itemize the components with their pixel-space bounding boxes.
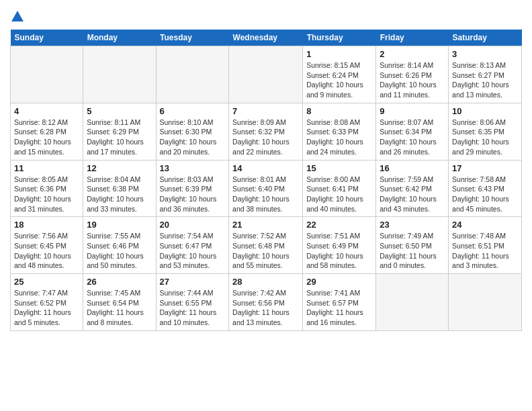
weekday-header: Friday bbox=[376, 30, 449, 46]
calendar-cell: 24Sunrise: 7:48 AM Sunset: 6:51 PM Dayli… bbox=[449, 217, 522, 274]
day-number: 11 bbox=[14, 163, 79, 173]
calendar-cell: 23Sunrise: 7:49 AM Sunset: 6:50 PM Dayli… bbox=[376, 217, 449, 274]
day-info: Sunrise: 7:48 AM Sunset: 6:51 PM Dayligh… bbox=[452, 231, 518, 271]
day-info: Sunrise: 8:11 AM Sunset: 6:29 PM Dayligh… bbox=[87, 118, 152, 157]
calendar-week-row: 1Sunrise: 8:15 AM Sunset: 6:24 PM Daylig… bbox=[11, 46, 522, 103]
day-info: Sunrise: 8:06 AM Sunset: 6:35 PM Dayligh… bbox=[452, 118, 518, 157]
day-number: 27 bbox=[160, 277, 226, 287]
calendar-cell: 2Sunrise: 8:14 AM Sunset: 6:26 PM Daylig… bbox=[376, 46, 449, 103]
day-number: 20 bbox=[160, 220, 226, 230]
calendar-cell bbox=[156, 46, 229, 103]
day-number: 24 bbox=[452, 220, 518, 230]
day-number: 3 bbox=[452, 49, 518, 59]
day-info: Sunrise: 7:47 AM Sunset: 6:52 PM Dayligh… bbox=[14, 288, 79, 328]
day-number: 21 bbox=[232, 220, 299, 230]
calendar-table: SundayMondayTuesdayWednesdayThursdayFrid… bbox=[10, 30, 522, 331]
day-number: 6 bbox=[160, 106, 226, 116]
calendar-cell bbox=[11, 46, 83, 103]
day-number: 2 bbox=[380, 49, 445, 59]
calendar-cell: 25Sunrise: 7:47 AM Sunset: 6:52 PM Dayli… bbox=[11, 274, 83, 331]
calendar-cell: 15Sunrise: 8:00 AM Sunset: 6:41 PM Dayli… bbox=[303, 160, 376, 217]
day-number: 1 bbox=[306, 49, 372, 59]
calendar-week-row: 11Sunrise: 8:05 AM Sunset: 6:36 PM Dayli… bbox=[11, 160, 522, 217]
day-info: Sunrise: 7:52 AM Sunset: 6:48 PM Dayligh… bbox=[232, 231, 299, 271]
calendar-cell: 27Sunrise: 7:44 AM Sunset: 6:55 PM Dayli… bbox=[156, 274, 229, 331]
calendar-cell: 8Sunrise: 8:08 AM Sunset: 6:33 PM Daylig… bbox=[303, 103, 376, 160]
day-info: Sunrise: 8:12 AM Sunset: 6:28 PM Dayligh… bbox=[14, 118, 79, 157]
day-number: 4 bbox=[14, 106, 79, 116]
day-number: 17 bbox=[452, 163, 518, 173]
day-number: 12 bbox=[87, 163, 152, 173]
day-number: 9 bbox=[380, 106, 445, 116]
day-number: 16 bbox=[380, 163, 445, 173]
calendar-cell: 6Sunrise: 8:10 AM Sunset: 6:30 PM Daylig… bbox=[156, 103, 229, 160]
logo-icon bbox=[10, 9, 25, 24]
calendar-cell: 1Sunrise: 8:15 AM Sunset: 6:24 PM Daylig… bbox=[303, 46, 376, 103]
calendar-cell bbox=[449, 274, 522, 331]
day-number: 18 bbox=[14, 220, 79, 230]
calendar-cell: 4Sunrise: 8:12 AM Sunset: 6:28 PM Daylig… bbox=[11, 103, 83, 160]
calendar-cell: 18Sunrise: 7:56 AM Sunset: 6:45 PM Dayli… bbox=[11, 217, 83, 274]
calendar-cell: 22Sunrise: 7:51 AM Sunset: 6:49 PM Dayli… bbox=[303, 217, 376, 274]
weekday-header: Sunday bbox=[11, 30, 83, 46]
day-info: Sunrise: 8:07 AM Sunset: 6:34 PM Dayligh… bbox=[380, 118, 445, 157]
calendar-cell: 3Sunrise: 8:13 AM Sunset: 6:27 PM Daylig… bbox=[449, 46, 522, 103]
calendar-cell: 14Sunrise: 8:01 AM Sunset: 6:40 PM Dayli… bbox=[229, 160, 303, 217]
day-number: 19 bbox=[87, 220, 152, 230]
calendar-cell: 12Sunrise: 8:04 AM Sunset: 6:38 PM Dayli… bbox=[83, 160, 156, 217]
logo bbox=[10, 9, 28, 24]
day-number: 25 bbox=[14, 277, 79, 287]
day-number: 26 bbox=[87, 277, 152, 287]
svg-marker-0 bbox=[11, 11, 24, 21]
day-number: 29 bbox=[306, 277, 372, 287]
calendar-week-row: 25Sunrise: 7:47 AM Sunset: 6:52 PM Dayli… bbox=[11, 274, 522, 331]
day-info: Sunrise: 7:45 AM Sunset: 6:54 PM Dayligh… bbox=[87, 288, 152, 328]
day-number: 22 bbox=[306, 220, 372, 230]
calendar-cell: 28Sunrise: 7:42 AM Sunset: 6:56 PM Dayli… bbox=[229, 274, 303, 331]
calendar-cell: 19Sunrise: 7:55 AM Sunset: 6:46 PM Dayli… bbox=[83, 217, 156, 274]
day-info: Sunrise: 8:08 AM Sunset: 6:33 PM Dayligh… bbox=[306, 118, 372, 157]
day-number: 5 bbox=[87, 106, 152, 116]
day-number: 23 bbox=[380, 220, 445, 230]
day-info: Sunrise: 7:49 AM Sunset: 6:50 PM Dayligh… bbox=[380, 231, 445, 271]
calendar-cell: 26Sunrise: 7:45 AM Sunset: 6:54 PM Dayli… bbox=[83, 274, 156, 331]
calendar-cell: 11Sunrise: 8:05 AM Sunset: 6:36 PM Dayli… bbox=[11, 160, 83, 217]
day-info: Sunrise: 8:03 AM Sunset: 6:39 PM Dayligh… bbox=[160, 175, 226, 214]
day-info: Sunrise: 7:41 AM Sunset: 6:57 PM Dayligh… bbox=[306, 288, 372, 328]
weekday-header-row: SundayMondayTuesdayWednesdayThursdayFrid… bbox=[11, 30, 522, 46]
calendar-cell: 16Sunrise: 7:59 AM Sunset: 6:42 PM Dayli… bbox=[376, 160, 449, 217]
calendar-cell: 5Sunrise: 8:11 AM Sunset: 6:29 PM Daylig… bbox=[83, 103, 156, 160]
day-info: Sunrise: 7:42 AM Sunset: 6:56 PM Dayligh… bbox=[232, 288, 299, 328]
day-number: 7 bbox=[232, 106, 299, 116]
day-info: Sunrise: 8:15 AM Sunset: 6:24 PM Dayligh… bbox=[306, 60, 372, 100]
weekday-header: Saturday bbox=[449, 30, 522, 46]
calendar-cell bbox=[83, 46, 156, 103]
page-header bbox=[10, 7, 522, 24]
day-info: Sunrise: 7:59 AM Sunset: 6:42 PM Dayligh… bbox=[380, 175, 445, 214]
day-info: Sunrise: 7:56 AM Sunset: 6:45 PM Dayligh… bbox=[14, 231, 79, 271]
calendar-cell: 7Sunrise: 8:09 AM Sunset: 6:32 PM Daylig… bbox=[229, 103, 303, 160]
day-info: Sunrise: 8:10 AM Sunset: 6:30 PM Dayligh… bbox=[160, 118, 226, 157]
weekday-header: Wednesday bbox=[229, 30, 303, 46]
calendar-cell bbox=[376, 274, 449, 331]
day-number: 14 bbox=[232, 163, 299, 173]
day-info: Sunrise: 7:51 AM Sunset: 6:49 PM Dayligh… bbox=[306, 231, 372, 271]
calendar-cell: 29Sunrise: 7:41 AM Sunset: 6:57 PM Dayli… bbox=[303, 274, 376, 331]
calendar-cell bbox=[229, 46, 303, 103]
day-info: Sunrise: 7:44 AM Sunset: 6:55 PM Dayligh… bbox=[160, 288, 226, 328]
calendar-cell: 9Sunrise: 8:07 AM Sunset: 6:34 PM Daylig… bbox=[376, 103, 449, 160]
day-info: Sunrise: 8:00 AM Sunset: 6:41 PM Dayligh… bbox=[306, 175, 372, 214]
day-info: Sunrise: 8:09 AM Sunset: 6:32 PM Dayligh… bbox=[232, 118, 299, 157]
calendar-week-row: 18Sunrise: 7:56 AM Sunset: 6:45 PM Dayli… bbox=[11, 217, 522, 274]
calendar-week-row: 4Sunrise: 8:12 AM Sunset: 6:28 PM Daylig… bbox=[11, 103, 522, 160]
day-info: Sunrise: 8:14 AM Sunset: 6:26 PM Dayligh… bbox=[380, 60, 445, 100]
weekday-header: Thursday bbox=[303, 30, 376, 46]
day-info: Sunrise: 8:13 AM Sunset: 6:27 PM Dayligh… bbox=[452, 60, 518, 100]
day-info: Sunrise: 7:55 AM Sunset: 6:46 PM Dayligh… bbox=[87, 231, 152, 271]
day-number: 8 bbox=[306, 106, 372, 116]
weekday-header: Monday bbox=[83, 30, 156, 46]
calendar-cell: 20Sunrise: 7:54 AM Sunset: 6:47 PM Dayli… bbox=[156, 217, 229, 274]
calendar-cell: 10Sunrise: 8:06 AM Sunset: 6:35 PM Dayli… bbox=[449, 103, 522, 160]
day-info: Sunrise: 8:01 AM Sunset: 6:40 PM Dayligh… bbox=[232, 175, 299, 214]
day-number: 15 bbox=[306, 163, 372, 173]
